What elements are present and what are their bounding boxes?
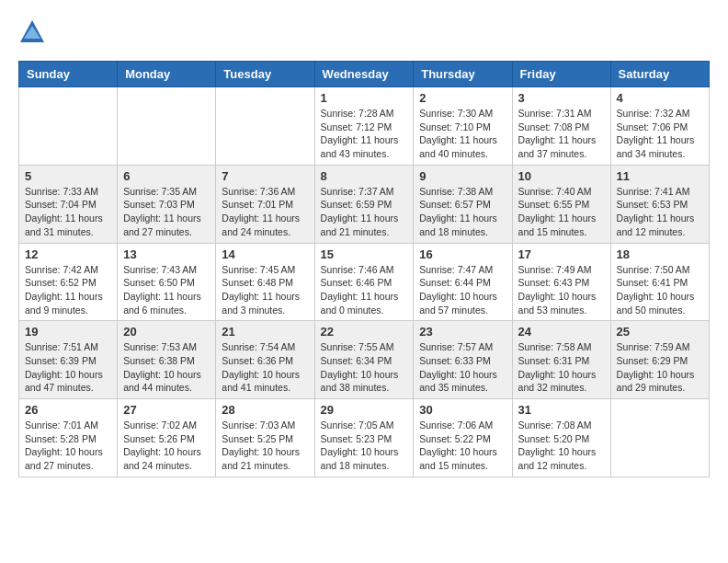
day-info: Sunrise: 7:43 AM Sunset: 6:50 PM Dayligh… [123, 263, 210, 317]
calendar-cell [216, 87, 314, 166]
day-number: 19 [25, 325, 111, 339]
day-info: Sunrise: 7:45 AM Sunset: 6:48 PM Dayligh… [222, 263, 308, 317]
calendar-cell: 28Sunrise: 7:03 AM Sunset: 5:25 PM Dayli… [216, 399, 314, 477]
page-header [18, 18, 710, 46]
calendar-cell: 29Sunrise: 7:05 AM Sunset: 5:23 PM Dayli… [314, 399, 414, 477]
day-info: Sunrise: 7:01 AM Sunset: 5:28 PM Dayligh… [25, 419, 111, 473]
day-number: 4 [617, 91, 703, 105]
day-number: 5 [25, 169, 111, 183]
calendar-week-row: 19Sunrise: 7:51 AM Sunset: 6:39 PM Dayli… [19, 321, 710, 399]
day-info: Sunrise: 7:58 AM Sunset: 6:31 PM Dayligh… [518, 340, 605, 395]
calendar-cell: 3Sunrise: 7:31 AM Sunset: 7:08 PM Daylig… [512, 87, 610, 166]
day-number: 1 [321, 91, 408, 105]
calendar-cell: 14Sunrise: 7:45 AM Sunset: 6:48 PM Dayli… [216, 243, 314, 321]
day-info: Sunrise: 7:55 AM Sunset: 6:34 PM Dayligh… [321, 340, 408, 395]
header-friday: Friday [512, 62, 610, 87]
day-number: 29 [321, 403, 408, 417]
day-number: 20 [123, 325, 210, 339]
day-number: 24 [518, 325, 605, 339]
day-number: 22 [321, 325, 408, 339]
day-info: Sunrise: 7:41 AM Sunset: 6:53 PM Dayligh… [617, 185, 703, 239]
header-thursday: Thursday [414, 62, 512, 87]
calendar-cell: 8Sunrise: 7:37 AM Sunset: 6:59 PM Daylig… [314, 165, 414, 243]
day-info: Sunrise: 7:38 AM Sunset: 6:57 PM Dayligh… [419, 185, 506, 239]
calendar-cell: 19Sunrise: 7:51 AM Sunset: 6:39 PM Dayli… [19, 321, 118, 399]
calendar-cell: 7Sunrise: 7:36 AM Sunset: 7:01 PM Daylig… [216, 165, 314, 243]
calendar-cell: 26Sunrise: 7:01 AM Sunset: 5:28 PM Dayli… [19, 399, 118, 477]
calendar-cell: 24Sunrise: 7:58 AM Sunset: 6:31 PM Dayli… [512, 321, 610, 399]
calendar-cell: 4Sunrise: 7:32 AM Sunset: 7:06 PM Daylig… [610, 87, 709, 166]
calendar-cell [118, 87, 216, 166]
day-info: Sunrise: 7:40 AM Sunset: 6:55 PM Dayligh… [518, 185, 605, 239]
day-number: 30 [419, 403, 506, 417]
day-info: Sunrise: 7:47 AM Sunset: 6:44 PM Dayligh… [419, 263, 506, 317]
header-monday: Monday [118, 62, 216, 87]
day-info: Sunrise: 7:50 AM Sunset: 6:41 PM Dayligh… [617, 263, 703, 317]
day-info: Sunrise: 7:08 AM Sunset: 5:20 PM Dayligh… [518, 419, 605, 473]
calendar-cell [19, 87, 118, 166]
day-number: 3 [518, 91, 605, 105]
header-wednesday: Wednesday [314, 62, 414, 87]
calendar-cell: 30Sunrise: 7:06 AM Sunset: 5:22 PM Dayli… [414, 399, 512, 477]
calendar-cell: 13Sunrise: 7:43 AM Sunset: 6:50 PM Dayli… [118, 243, 216, 321]
calendar-cell: 22Sunrise: 7:55 AM Sunset: 6:34 PM Dayli… [314, 321, 414, 399]
calendar-cell: 17Sunrise: 7:49 AM Sunset: 6:43 PM Dayli… [512, 243, 610, 321]
day-number: 31 [518, 403, 605, 417]
calendar-cell: 12Sunrise: 7:42 AM Sunset: 6:52 PM Dayli… [19, 243, 118, 321]
day-info: Sunrise: 7:33 AM Sunset: 7:04 PM Dayligh… [25, 185, 111, 239]
calendar-week-row: 12Sunrise: 7:42 AM Sunset: 6:52 PM Dayli… [19, 243, 710, 321]
calendar-cell: 23Sunrise: 7:57 AM Sunset: 6:33 PM Dayli… [414, 321, 512, 399]
day-number: 16 [419, 247, 506, 261]
day-info: Sunrise: 7:30 AM Sunset: 7:10 PM Dayligh… [419, 107, 506, 161]
day-number: 8 [321, 169, 408, 183]
day-info: Sunrise: 7:54 AM Sunset: 6:36 PM Dayligh… [222, 340, 308, 395]
day-number: 21 [222, 325, 308, 339]
calendar-cell: 15Sunrise: 7:46 AM Sunset: 6:46 PM Dayli… [314, 243, 414, 321]
calendar-cell: 25Sunrise: 7:59 AM Sunset: 6:29 PM Dayli… [610, 321, 709, 399]
day-number: 23 [419, 325, 506, 339]
calendar-cell: 10Sunrise: 7:40 AM Sunset: 6:55 PM Dayli… [512, 165, 610, 243]
calendar-cell [610, 399, 709, 477]
day-info: Sunrise: 7:32 AM Sunset: 7:06 PM Dayligh… [617, 107, 703, 161]
day-info: Sunrise: 7:05 AM Sunset: 5:23 PM Dayligh… [321, 419, 408, 473]
day-info: Sunrise: 7:06 AM Sunset: 5:22 PM Dayligh… [419, 419, 506, 473]
day-info: Sunrise: 7:36 AM Sunset: 7:01 PM Dayligh… [222, 185, 308, 239]
day-number: 13 [123, 247, 210, 261]
calendar-cell: 5Sunrise: 7:33 AM Sunset: 7:04 PM Daylig… [19, 165, 118, 243]
day-info: Sunrise: 7:37 AM Sunset: 6:59 PM Dayligh… [321, 185, 408, 239]
day-number: 14 [222, 247, 308, 261]
calendar-week-row: 5Sunrise: 7:33 AM Sunset: 7:04 PM Daylig… [19, 165, 710, 243]
day-number: 11 [617, 169, 703, 183]
calendar-cell: 31Sunrise: 7:08 AM Sunset: 5:20 PM Dayli… [512, 399, 610, 477]
calendar-header-row: SundayMondayTuesdayWednesdayThursdayFrid… [19, 62, 710, 87]
day-info: Sunrise: 7:46 AM Sunset: 6:46 PM Dayligh… [321, 263, 408, 317]
calendar-cell: 6Sunrise: 7:35 AM Sunset: 7:03 PM Daylig… [118, 165, 216, 243]
calendar-week-row: 26Sunrise: 7:01 AM Sunset: 5:28 PM Dayli… [19, 399, 710, 477]
logo-icon [18, 18, 46, 46]
day-number: 27 [123, 403, 210, 417]
day-info: Sunrise: 7:35 AM Sunset: 7:03 PM Dayligh… [123, 185, 210, 239]
day-number: 2 [419, 91, 506, 105]
header-saturday: Saturday [610, 62, 709, 87]
calendar-cell: 18Sunrise: 7:50 AM Sunset: 6:41 PM Dayli… [610, 243, 709, 321]
header-sunday: Sunday [19, 62, 118, 87]
calendar-cell: 9Sunrise: 7:38 AM Sunset: 6:57 PM Daylig… [414, 165, 512, 243]
calendar-cell: 11Sunrise: 7:41 AM Sunset: 6:53 PM Dayli… [610, 165, 709, 243]
day-info: Sunrise: 7:57 AM Sunset: 6:33 PM Dayligh… [419, 340, 506, 395]
calendar-cell: 27Sunrise: 7:02 AM Sunset: 5:26 PM Dayli… [118, 399, 216, 477]
calendar-week-row: 1Sunrise: 7:28 AM Sunset: 7:12 PM Daylig… [19, 87, 710, 166]
calendar-cell: 1Sunrise: 7:28 AM Sunset: 7:12 PM Daylig… [314, 87, 414, 166]
day-number: 26 [25, 403, 111, 417]
day-info: Sunrise: 7:49 AM Sunset: 6:43 PM Dayligh… [518, 263, 605, 317]
day-info: Sunrise: 7:51 AM Sunset: 6:39 PM Dayligh… [25, 340, 111, 395]
calendar-cell: 21Sunrise: 7:54 AM Sunset: 6:36 PM Dayli… [216, 321, 314, 399]
day-number: 9 [419, 169, 506, 183]
day-info: Sunrise: 7:53 AM Sunset: 6:38 PM Dayligh… [123, 340, 210, 395]
day-number: 15 [321, 247, 408, 261]
calendar-cell: 2Sunrise: 7:30 AM Sunset: 7:10 PM Daylig… [414, 87, 512, 166]
day-info: Sunrise: 7:03 AM Sunset: 5:25 PM Dayligh… [222, 419, 308, 473]
day-info: Sunrise: 7:02 AM Sunset: 5:26 PM Dayligh… [123, 419, 210, 473]
calendar-cell: 20Sunrise: 7:53 AM Sunset: 6:38 PM Dayli… [118, 321, 216, 399]
day-number: 7 [222, 169, 308, 183]
day-number: 10 [518, 169, 605, 183]
